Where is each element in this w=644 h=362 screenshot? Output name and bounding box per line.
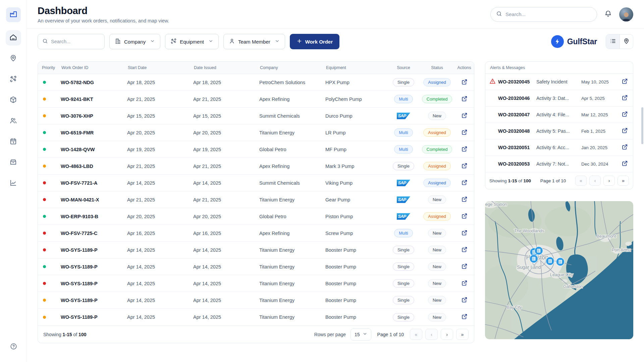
source-badge: Single	[393, 313, 414, 321]
user-avatar[interactable]	[619, 7, 633, 21]
open-work-order-button[interactable]	[461, 146, 468, 153]
sidebar-item-home[interactable]	[6, 30, 21, 46]
open-work-order-button[interactable]	[461, 297, 468, 304]
priority-dot	[38, 265, 61, 268]
alert-label: Activity 6: Acc...	[536, 145, 581, 150]
open-work-order-button[interactable]	[461, 196, 468, 203]
global-search-input[interactable]	[505, 11, 591, 17]
alerts-last-page-button[interactable]: »	[618, 176, 629, 186]
company-filter[interactable]: Company	[109, 34, 160, 49]
open-work-order-button[interactable]	[461, 79, 468, 86]
table-row: WO-6519-FMRApr 20, 2025Apr 20, 2025Titan…	[38, 124, 474, 141]
alerts-next-page-button[interactable]: ›	[603, 176, 615, 186]
status-badge: Assigned	[423, 78, 450, 86]
equipment-filter[interactable]: Equipment	[165, 34, 219, 49]
sidebar-item-equipment[interactable]	[6, 93, 21, 108]
sidebar-item-map[interactable]	[6, 51, 21, 66]
source-badge: Single	[393, 246, 414, 254]
work-order-id: WO-5782-NDG	[61, 80, 127, 85]
company: Summit Chemicals	[259, 113, 325, 119]
table-row: WO-SYS-1189-PApr 14, 2025Apr 14, 2025Tit…	[38, 309, 474, 325]
source-badge: Multi	[394, 95, 413, 103]
status-badge: New	[428, 229, 446, 237]
work-order-id: WO-SYS-1189-P	[61, 264, 127, 269]
date-issued: Apr 14, 2025	[193, 314, 259, 320]
sidebar-item-archive[interactable]	[6, 155, 21, 170]
priority-dot	[38, 299, 61, 302]
open-alert-button[interactable]	[622, 95, 628, 102]
showing-summary: Showing 1-15 of 100	[43, 332, 86, 337]
open-alert-button[interactable]	[622, 127, 628, 135]
alerts-prev-page-button[interactable]: ‹	[589, 176, 601, 186]
map-facility-marker[interactable]	[535, 247, 543, 255]
open-alert-button[interactable]	[622, 144, 628, 151]
window-scrollbar[interactable]	[641, 107, 643, 144]
open-work-order-button[interactable]	[461, 112, 468, 120]
priority-dot	[38, 81, 61, 84]
open-work-order-button[interactable]	[461, 280, 468, 287]
start-date: Apr 15, 2025	[127, 113, 193, 119]
company: Titanium Energy	[259, 298, 325, 303]
priority-dot	[38, 148, 61, 151]
status-badge: Assigned	[423, 179, 450, 187]
last-page-button[interactable]: »	[456, 329, 469, 340]
sidebar-item-calendar[interactable]	[6, 134, 21, 149]
source-badge: Single	[393, 262, 414, 271]
map-view[interactable]: llege StationThe WoodlandsBeaumontPort A…	[485, 201, 633, 339]
open-work-order-button[interactable]	[461, 230, 468, 237]
alert-work-order-id: WO-20320051	[498, 145, 536, 150]
first-page-button[interactable]: «	[410, 329, 422, 340]
alert-label: Activity 5: Pas...	[536, 128, 581, 134]
sidebar-item-work-orders[interactable]	[6, 72, 21, 87]
prev-page-button[interactable]: ‹	[425, 329, 438, 340]
open-work-order-button[interactable]	[461, 179, 468, 187]
page-subtitle: An overview of your work orders, notific…	[38, 18, 169, 23]
map-facility-marker[interactable]	[530, 255, 538, 263]
rows-per-page-label: Rows per page	[314, 332, 346, 337]
map-view-button[interactable]	[620, 35, 633, 49]
priority-dot	[38, 282, 61, 285]
next-page-button[interactable]: ›	[441, 329, 453, 340]
app-logo[interactable]	[6, 7, 21, 22]
date-issued: Apr 15, 2025	[193, 113, 259, 119]
map-facility-marker[interactable]	[546, 257, 554, 265]
source-badge: Single	[393, 162, 414, 170]
map-facility-marker[interactable]	[556, 258, 565, 266]
alert-work-order-id: WO-20320045	[498, 79, 536, 84]
start-date: Apr 21, 2025	[127, 197, 193, 202]
rows-per-page-select[interactable]: 15	[351, 328, 371, 341]
sidebar-item-analytics[interactable]	[6, 176, 21, 191]
open-work-order-button[interactable]	[461, 96, 468, 103]
team-member-filter[interactable]: Team Member	[223, 34, 285, 49]
map-city-label: Galveston	[563, 284, 583, 289]
notifications-button[interactable]	[604, 10, 612, 18]
status-badge: Completed	[422, 95, 452, 103]
open-work-order-button[interactable]	[461, 163, 468, 170]
table-search[interactable]	[38, 34, 105, 49]
help-button[interactable]	[6, 339, 21, 355]
work-order-button[interactable]: Work Order	[290, 34, 339, 49]
open-alert-button[interactable]	[622, 111, 628, 118]
open-work-order-button[interactable]	[461, 246, 468, 254]
table-search-input[interactable]	[51, 39, 100, 44]
chevron-down-icon	[208, 39, 213, 45]
alert-label: Activity 3: Dat...	[536, 96, 581, 101]
open-alert-button[interactable]	[622, 160, 628, 168]
open-work-order-button[interactable]	[461, 313, 468, 321]
priority-dot	[38, 316, 61, 319]
column-header-priority: Priority	[38, 65, 61, 70]
sidebar-item-team[interactable]	[6, 113, 21, 129]
map-city-label: Sugar Land	[517, 264, 541, 270]
list-view-button[interactable]	[606, 35, 620, 49]
global-search[interactable]	[490, 7, 597, 22]
source-badge: Single	[393, 279, 414, 288]
archive-icon	[9, 158, 17, 167]
date-issued: Apr 14, 2025	[193, 264, 259, 269]
alerts-first-page-button[interactable]: «	[575, 176, 587, 186]
open-alert-button[interactable]	[622, 78, 628, 85]
date-issued: Apr 14, 2025	[193, 281, 259, 286]
alert-work-order-id: WO-20320046	[498, 96, 536, 101]
open-work-order-button[interactable]	[461, 129, 468, 136]
open-work-order-button[interactable]	[461, 213, 468, 220]
open-work-order-button[interactable]	[461, 263, 468, 270]
